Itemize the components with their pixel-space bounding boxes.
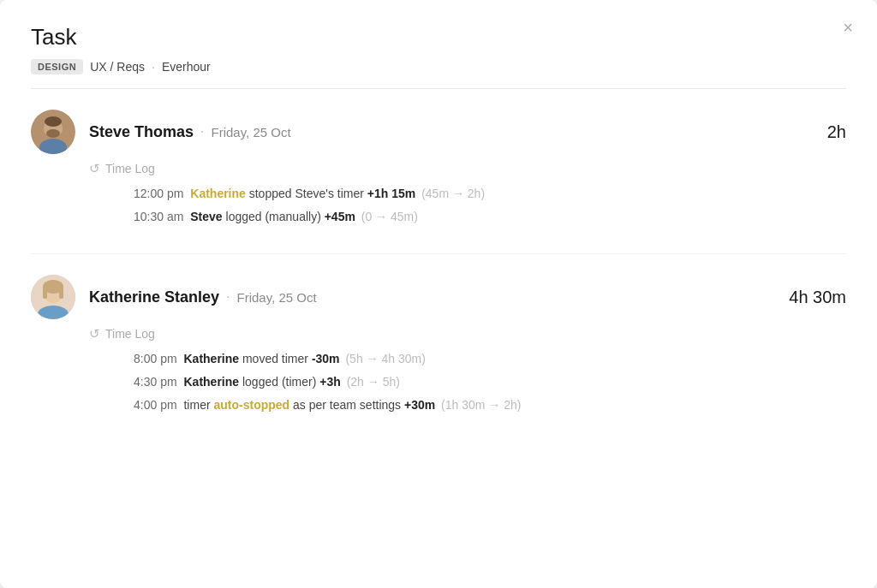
log-highlight-katherine: Katherine: [190, 187, 246, 200]
entry-header-steve: Steve Thomas · Friday, 25 Oct 2h: [31, 110, 846, 154]
log-time: 12:00 pm: [134, 187, 183, 200]
log-person: Steve: [190, 210, 222, 223]
steve-total: 2h: [827, 122, 846, 142]
log-action: moved timer: [242, 352, 312, 365]
dot-sep-2: ·: [226, 289, 230, 305]
log-time: 4:30 pm: [134, 375, 177, 389]
divider: [31, 253, 846, 254]
log-action-prefix: timer: [183, 398, 213, 412]
steve-name: Steve Thomas: [89, 123, 194, 141]
avatar-katherine: [31, 275, 75, 319]
log-action: logged (timer): [242, 375, 319, 389]
avatar-steve: [31, 110, 75, 154]
modal-title: Task: [31, 24, 846, 50]
katherine-date: Friday, 25 Oct: [237, 290, 317, 305]
breadcrumb-app: Everhour: [162, 60, 211, 74]
steve-time-log-label: Time Log: [105, 162, 155, 175]
steve-log-entries: 12:00 pm Katherine stopped Steve's timer…: [134, 185, 846, 226]
log-time: 10:30 am: [134, 210, 183, 223]
svg-rect-9: [43, 287, 47, 299]
log-action-suffix: as per team settings: [293, 398, 404, 412]
log-change: (0 → 45m): [361, 210, 418, 223]
katherine-log-entries: 8:00 pm Katherine moved timer -30m (5h →…: [134, 350, 846, 414]
log-delta: +1h 15m: [367, 187, 415, 200]
log-change: (5h → 4h 30m): [345, 352, 425, 365]
breadcrumb: DESIGN UX / Reqs · Everhour: [31, 59, 846, 74]
svg-rect-10: [59, 287, 63, 299]
dot-sep-1: ·: [200, 124, 204, 140]
breadcrumb-separator: ·: [152, 60, 155, 74]
breadcrumb-path: UX / Reqs: [90, 60, 145, 74]
close-button[interactable]: ×: [843, 19, 853, 36]
log-time: 4:00 pm: [134, 398, 177, 412]
log-delta: +30m: [404, 398, 435, 412]
log-person: Katherine: [183, 375, 239, 389]
log-item: 8:00 pm Katherine moved timer -30m (5h →…: [134, 350, 846, 368]
log-highlight-autostopped: auto-stopped: [213, 398, 289, 412]
log-time: 8:00 pm: [134, 352, 177, 365]
history-icon-steve: ↺: [89, 161, 100, 176]
katherine-time-log-row: ↺ Time Log: [89, 326, 846, 342]
modal-header: Task DESIGN UX / Reqs · Everhour: [31, 24, 846, 89]
katherine-name: Katherine Stanley: [89, 288, 219, 306]
steve-time-log-row: ↺ Time Log: [89, 161, 846, 176]
log-change: (1h 30m → 2h): [441, 398, 521, 412]
design-tag: DESIGN: [31, 59, 83, 74]
katherine-total: 4h 30m: [789, 288, 846, 307]
log-item: 10:30 am Steve logged (manually) +45m (0…: [134, 208, 846, 226]
katherine-time-log-label: Time Log: [105, 327, 155, 341]
entry-header-katherine: Katherine Stanley · Friday, 25 Oct 4h 30…: [31, 275, 846, 319]
svg-point-4: [45, 116, 62, 127]
svg-point-3: [46, 129, 60, 138]
log-delta: +3h: [319, 375, 341, 389]
log-item: 4:00 pm timer auto-stopped as per team s…: [134, 396, 846, 414]
entry-katherine: Katherine Stanley · Friday, 25 Oct 4h 30…: [31, 275, 846, 414]
log-item: 4:30 pm Katherine logged (timer) +3h (2h…: [134, 373, 846, 391]
entry-steve: Steve Thomas · Friday, 25 Oct 2h ↺ Time …: [31, 110, 846, 226]
log-change: (45m → 2h): [421, 187, 485, 200]
log-delta: -30m: [312, 352, 340, 365]
task-modal: × Task DESIGN UX / Reqs · Everhour: [0, 0, 877, 588]
log-action: logged (manually): [226, 210, 325, 223]
log-item: 12:00 pm Katherine stopped Steve's timer…: [134, 185, 846, 203]
log-action: stopped Steve's timer: [249, 187, 367, 200]
log-change: (2h → 5h): [347, 375, 400, 389]
log-person: Katherine: [183, 352, 239, 365]
steve-date: Friday, 25 Oct: [212, 125, 291, 140]
history-icon-katherine: ↺: [89, 326, 100, 342]
log-delta: +45m: [325, 210, 355, 223]
